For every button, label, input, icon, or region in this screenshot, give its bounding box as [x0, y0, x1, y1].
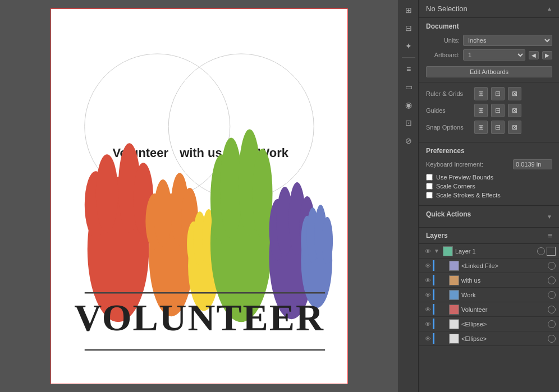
toolbar-divider-1 — [402, 57, 415, 58]
scale-strokes-row: Scale Strokes & Effects — [426, 192, 552, 199]
svg-text:Volunteer: Volunteer — [113, 146, 169, 160]
layer-blue-bar-withus — [433, 275, 434, 285]
canvas-area: Volunteer with us Work — [0, 0, 398, 392]
toolbar-icon-8[interactable]: ⊘ — [401, 133, 416, 149]
quick-actions-header: Quick Actions ▼ — [426, 210, 552, 223]
layer-name-volunteer: Volunteer — [461, 306, 546, 313]
preferences-title: Preferences — [426, 147, 552, 155]
layer-item-layer1[interactable]: 👁 ▼ Layer 1 — [419, 244, 559, 259]
guides-row: Guides ⊞ ⊟ ⊠ — [426, 104, 552, 117]
guide-icon-1[interactable]: ⊞ — [474, 104, 488, 117]
layer-item-ellipse2[interactable]: 👁 <Ellipse> — [419, 331, 559, 346]
use-preview-bounds-label: Use Preview Bounds — [436, 174, 493, 181]
layer-eye-linked[interactable]: 👁 — [423, 261, 433, 271]
layer-thumb-layer1 — [443, 246, 453, 256]
snap-icon-2[interactable]: ⊟ — [491, 121, 505, 134]
layer-item-work[interactable]: 👁 Work — [419, 288, 559, 302]
layer-eye-withus[interactable]: 👁 — [423, 275, 433, 285]
svg-text:with us: with us — [179, 146, 222, 160]
scale-corners-checkbox[interactable] — [426, 183, 433, 190]
units-row: Units: Inches Pixels Centimeters Millime… — [426, 35, 552, 46]
scale-corners-row: Scale Corners — [426, 183, 552, 190]
ruler-grids-section: Ruler & Grids ⊞ ⊟ ⊠ Guides ⊞ ⊟ ⊠ Snap Op… — [419, 82, 559, 142]
layer-name-linked: <Linked File> — [461, 262, 546, 269]
scale-strokes-checkbox[interactable] — [426, 192, 433, 199]
toolbar-icon-6[interactable]: ◉ — [401, 97, 416, 113]
snap-icon-1[interactable]: ⊞ — [474, 121, 488, 134]
snap-options-label: Snap Options — [426, 124, 471, 131]
toolbar-icon-4[interactable]: ≡ — [401, 61, 416, 77]
layer-thumb-withus — [449, 275, 459, 285]
layer-eye-ellipse2[interactable]: 👁 — [423, 334, 433, 344]
right-panel: No Selection ▲ Document Units: Inches Pi… — [419, 0, 559, 392]
toolbar-icon-5[interactable]: ▭ — [401, 79, 416, 95]
ruler-grids-label: Ruler & Grids — [426, 90, 471, 97]
panel-header: No Selection ▲ — [419, 0, 559, 18]
guide-icon-3[interactable]: ⊠ — [508, 104, 521, 117]
ruler-grids-row: Ruler & Grids ⊞ ⊟ ⊠ — [426, 87, 552, 100]
guide-icon-2[interactable]: ⊟ — [491, 104, 505, 117]
layer-thumb-work — [449, 290, 459, 300]
scale-corners-label: Scale Corners — [436, 183, 475, 190]
layer-eye-layer1[interactable]: 👁 — [423, 246, 433, 256]
artboard[interactable]: Volunteer with us Work — [51, 8, 348, 384]
layer-eye-ellipse1[interactable]: 👁 — [423, 319, 433, 329]
svg-point-34 — [322, 216, 333, 265]
layer-item-withus[interactable]: 👁 with us — [419, 273, 559, 288]
svg-point-12 — [154, 179, 172, 247]
keyboard-increment-label: Keyboard Increment: — [426, 161, 510, 168]
layer-circle-volunteer[interactable] — [548, 306, 556, 313]
artboard-label: Artboard: — [426, 52, 460, 58]
toolbar-icon-1[interactable]: ⊞ — [401, 2, 416, 18]
layer-name-withus: with us — [461, 277, 546, 284]
layer-item-volunteer[interactable]: 👁 Volunteer — [419, 302, 559, 317]
snap-icon-3[interactable]: ⊠ — [508, 121, 521, 134]
layer-expand-layer1[interactable] — [547, 247, 556, 256]
layer-arrow-layer1[interactable]: ▼ — [433, 247, 441, 255]
keyboard-increment-row: Keyboard Increment: — [426, 159, 552, 169]
toolbar-icon-7[interactable]: ⊡ — [401, 115, 416, 131]
units-select[interactable]: Inches Pixels Centimeters Millimeters Po… — [463, 35, 552, 46]
artboard-select[interactable]: 1 2 — [463, 49, 525, 61]
layer-name-ellipse1: <Ellipse> — [461, 321, 546, 328]
quick-actions-section: Quick Actions ▼ — [419, 206, 559, 228]
use-preview-bounds-checkbox[interactable] — [426, 174, 433, 181]
layers-panel: Layers ≡ 👁 ▼ Layer 1 👁 <Linked File> 👁 — [419, 228, 559, 392]
artboard-next-btn[interactable]: ▶ — [542, 51, 552, 59]
layer-circle-ellipse2[interactable] — [548, 335, 556, 343]
layer-item-linked-file[interactable]: 👁 <Linked File> — [419, 259, 559, 273]
mid-toolbar: ⊞ ⊟ ✦ ≡ ▭ ◉ ⊡ ⊘ — [398, 0, 419, 392]
edit-artboards-btn[interactable]: Edit Artboards — [426, 66, 552, 77]
layer-circle-withus[interactable] — [548, 276, 556, 284]
quick-actions-arrow: ▼ — [547, 214, 552, 220]
ruler-icon[interactable]: ⊞ — [474, 87, 488, 100]
keyboard-increment-input[interactable] — [513, 159, 552, 169]
preferences-section: Preferences Keyboard Increment: Use Prev… — [419, 142, 559, 206]
layer-eye-work[interactable]: 👁 — [423, 290, 433, 300]
layer-blue-bar-work — [433, 289, 434, 300]
layer-circle-layer1[interactable] — [537, 247, 545, 255]
panel-header-arrow: ▲ — [547, 6, 552, 12]
scale-strokes-label: Scale Strokes & Effects — [436, 192, 501, 199]
artboard-prev-btn[interactable]: ◀ — [529, 51, 539, 59]
layer-circle-linked[interactable] — [548, 262, 556, 270]
layer-eye-volunteer[interactable]: 👁 — [423, 305, 433, 315]
units-label: Units: — [426, 37, 460, 44]
use-preview-bounds-row: Use Preview Bounds — [426, 174, 552, 181]
layer-thumb-ellipse2 — [449, 334, 459, 344]
layer-item-ellipse1[interactable]: 👁 <Ellipse> — [419, 317, 559, 331]
layer-blue-bar-linked — [433, 260, 434, 271]
grid2-icon[interactable]: ⊠ — [508, 87, 521, 100]
layers-menu-icon[interactable]: ≡ — [548, 231, 552, 240]
toolbar-icon-3[interactable]: ✦ — [401, 38, 416, 54]
layer-circle-ellipse1[interactable] — [548, 320, 556, 328]
grid-icon[interactable]: ⊟ — [491, 87, 505, 100]
toolbar-icon-2[interactable]: ⊟ — [401, 20, 416, 36]
guides-label: Guides — [426, 107, 471, 114]
layer-name-layer1: Layer 1 — [455, 248, 535, 255]
layers-tab[interactable]: Layers — [426, 232, 548, 239]
quick-actions-title: Quick Actions — [426, 210, 471, 218]
layer-blue-bar-volunteer — [433, 304, 434, 315]
layer-circle-work[interactable] — [548, 291, 556, 299]
layer-name-ellipse2: <Ellipse> — [461, 335, 546, 342]
